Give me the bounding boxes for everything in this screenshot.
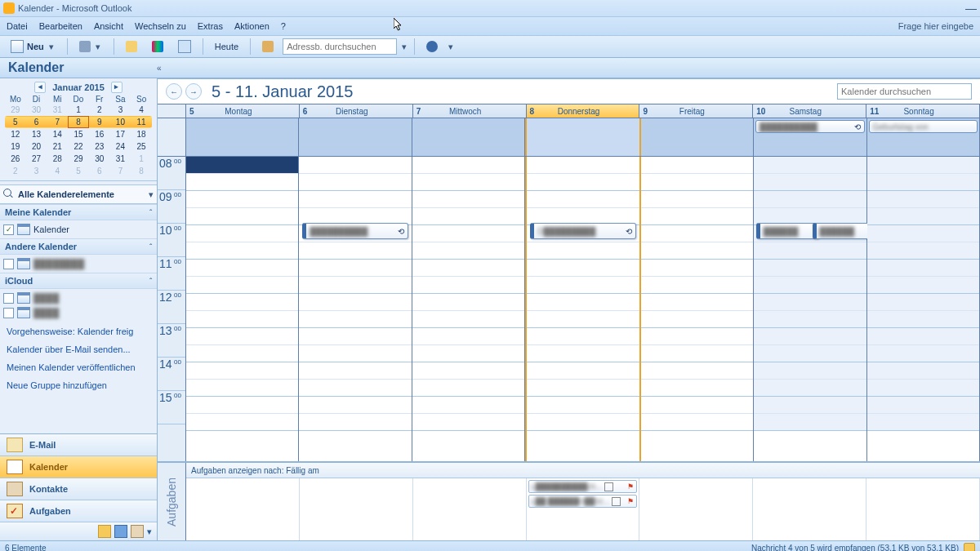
nav-config-icon[interactable]: ▾ bbox=[147, 527, 152, 537]
permissions-button[interactable] bbox=[120, 38, 143, 56]
section-icloud[interactable]: iCloudˆ bbox=[0, 273, 157, 289]
task-item[interactable]: L██ ██████D██32...⚑ bbox=[528, 495, 638, 508]
addressbook-icon bbox=[262, 41, 274, 52]
task-item[interactable]: L██████████25...⚑ bbox=[528, 480, 638, 493]
search-icon bbox=[3, 189, 15, 200]
prev-week-button[interactable]: ← bbox=[166, 83, 182, 100]
menu-goto[interactable]: Wechseln zu bbox=[135, 21, 186, 31]
chevron-down-icon[interactable]: ▾ bbox=[47, 42, 56, 52]
calendar-label: Kalender bbox=[33, 224, 69, 234]
section-other-calendars[interactable]: Andere Kalenderˆ bbox=[0, 238, 157, 255]
tasks-header: Aufgaben anzeigen nach: Fällig am bbox=[186, 463, 980, 478]
date-range-label: 5 - 11. Januar 2015 bbox=[212, 82, 353, 101]
print-button[interactable]: ▾ bbox=[74, 38, 108, 56]
chevron-up-icon[interactable]: ˆ bbox=[149, 277, 152, 285]
appointment[interactable]: ██████████⟲ bbox=[302, 223, 408, 239]
view-icon bbox=[178, 40, 191, 53]
checkbox-icon[interactable] bbox=[3, 259, 14, 269]
menu-bar: Datei Bearbeiten Ansicht Wechseln zu Ext… bbox=[0, 17, 980, 36]
contacts-icon bbox=[7, 482, 23, 496]
chevron-down-icon[interactable]: ▾ bbox=[149, 189, 154, 200]
toolbar: Neu ▾ ▾ Heute ▾ ▾ bbox=[0, 36, 980, 58]
link-publish[interactable]: Meinen Kalender veröffentlichen bbox=[7, 362, 150, 372]
nav-overflow: ▾ bbox=[0, 522, 157, 540]
calendar-icon bbox=[7, 460, 23, 474]
collapse-nav-icon[interactable]: « bbox=[157, 64, 162, 73]
calendar-item[interactable]: ████████ bbox=[3, 256, 154, 271]
window-title: Kalender - Microsoft Outlook bbox=[18, 3, 131, 13]
sync-icon bbox=[964, 543, 975, 552]
tasks-icon: ✓ bbox=[7, 504, 23, 518]
shortcuts-icon[interactable] bbox=[114, 525, 127, 538]
nav-mail[interactable]: E-Mail bbox=[0, 434, 157, 456]
calendar-links: Vorgehensweise: Kalender freig Kalender … bbox=[0, 322, 157, 395]
link-new-group[interactable]: Neue Gruppe hinzufügen bbox=[7, 380, 150, 390]
minimize-button[interactable]: — bbox=[965, 2, 977, 15]
appointment[interactable]: ██████ bbox=[813, 223, 875, 239]
all-day-row[interactable]: ██████████⟲Geburtstag von bbox=[158, 118, 980, 157]
chevron-up-icon[interactable]: ˆ bbox=[149, 208, 152, 216]
checkbox-icon[interactable] bbox=[3, 308, 14, 318]
help-search-prompt[interactable]: Frage hier eingebe bbox=[898, 21, 973, 31]
outlook-icon bbox=[3, 2, 15, 14]
allday-appointment[interactable]: Geburtstag von bbox=[869, 120, 978, 133]
menu-view[interactable]: Ansicht bbox=[94, 21, 123, 31]
link-send-email[interactable]: Kalender über E-Mail senden... bbox=[7, 344, 150, 354]
calendar-item[interactable]: ✓ Kalender bbox=[3, 222, 154, 237]
new-calendar-icon bbox=[11, 40, 24, 53]
checkbox-checked-icon[interactable]: ✓ bbox=[3, 224, 14, 235]
addressbook-search-input[interactable] bbox=[283, 38, 397, 55]
calendar-item[interactable]: ████ bbox=[3, 305, 154, 320]
allday-appointment[interactable]: ██████████⟲ bbox=[755, 120, 864, 133]
calendar-item[interactable]: ████ bbox=[3, 291, 154, 305]
menu-edit[interactable]: Bearbeiten bbox=[39, 21, 82, 31]
new-label: Neu bbox=[27, 42, 44, 51]
journal-icon[interactable] bbox=[131, 525, 144, 538]
nav-tasks[interactable]: ✓Aufgaben bbox=[0, 500, 157, 522]
section-my-calendars[interactable]: Meine Kalenderˆ bbox=[0, 204, 157, 220]
day-headers: 5Montag6Dienstag7Mittwoch8Donnerstag9Fre… bbox=[158, 104, 980, 118]
categorize-button[interactable] bbox=[146, 38, 169, 56]
calendar-label: ████ bbox=[33, 308, 59, 318]
date-header: ← → 5 - 11. Januar 2015 bbox=[158, 79, 980, 104]
menu-help[interactable]: ? bbox=[281, 21, 286, 31]
view-button[interactable] bbox=[172, 38, 197, 56]
separator bbox=[114, 38, 114, 55]
separator bbox=[250, 38, 251, 55]
help-button[interactable] bbox=[421, 38, 443, 56]
today-button[interactable]: Heute bbox=[209, 38, 244, 56]
chevron-down-icon[interactable]: ▾ bbox=[400, 42, 408, 52]
date-navigator[interactable]: ◂ Januar 2015 ▸ MoDiMiDoFrSaSo2930311234… bbox=[0, 78, 157, 181]
separator bbox=[203, 38, 203, 55]
appointment[interactable]: D█████████⟲ bbox=[530, 223, 635, 239]
nav-calendar[interactable]: Kalender bbox=[0, 456, 157, 478]
addressbook-button[interactable] bbox=[256, 38, 279, 56]
next-month-button[interactable]: ▸ bbox=[111, 82, 122, 93]
link-share-howto[interactable]: Vorgehensweise: Kalender freig bbox=[7, 327, 150, 336]
prev-month-button[interactable]: ◂ bbox=[34, 82, 46, 93]
appointment[interactable]: ██████ bbox=[756, 223, 819, 239]
time-grid[interactable]: 08000900100011001200130014001500 ███████… bbox=[158, 157, 980, 461]
title-bar: Kalender - Microsoft Outlook — bbox=[0, 0, 980, 17]
status-sync-message: Nachricht 4 von 5 wird empfangen (53,1 K… bbox=[751, 544, 959, 551]
menu-extras[interactable]: Extras bbox=[198, 21, 223, 31]
chevron-up-icon[interactable]: ˆ bbox=[149, 242, 152, 251]
next-week-button[interactable]: → bbox=[185, 83, 202, 100]
checkbox-icon[interactable] bbox=[3, 293, 14, 304]
calendar-icon bbox=[17, 292, 30, 304]
tasks-label: Aufgaben bbox=[158, 463, 186, 540]
separator bbox=[67, 38, 68, 55]
tasks-pane: Aufgaben Aufgaben anzeigen nach: Fällig … bbox=[158, 461, 980, 540]
menu-actions[interactable]: Aktionen bbox=[234, 21, 270, 31]
folder-icon[interactable] bbox=[98, 525, 111, 538]
printer-icon bbox=[79, 41, 91, 52]
nav-contacts[interactable]: Kontakte bbox=[0, 478, 157, 500]
calendar-search-input[interactable] bbox=[837, 83, 972, 100]
categorize-icon bbox=[152, 41, 163, 52]
toolbar-options-icon[interactable]: ▾ bbox=[447, 42, 455, 52]
menu-file[interactable]: Datei bbox=[7, 21, 28, 31]
new-button[interactable]: Neu ▾ bbox=[5, 38, 61, 56]
separator bbox=[414, 38, 415, 55]
chevron-down-icon[interactable]: ▾ bbox=[94, 42, 102, 52]
search-scope-row[interactable]: Alle Kalenderelemente ▾ bbox=[0, 184, 157, 204]
